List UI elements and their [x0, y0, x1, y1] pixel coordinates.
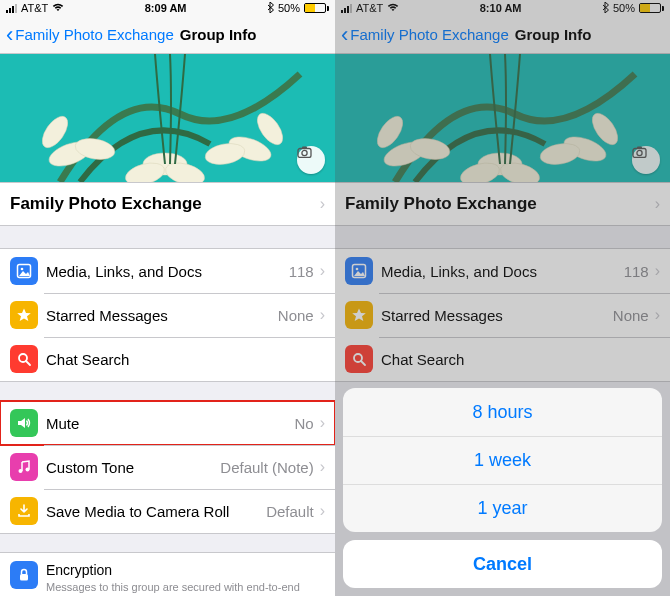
star-icon — [10, 301, 38, 329]
bluetooth-icon — [267, 2, 274, 15]
row-starred: Starred Messages None › — [335, 293, 670, 337]
chevron-right-icon: › — [320, 262, 325, 280]
chevron-right-icon: › — [655, 195, 660, 213]
right-phone: AT&T 8:10 AM 50% ‹ Family Photo Exchange… — [335, 0, 670, 596]
svg-line-16 — [26, 361, 30, 365]
row-media: Media, Links, and Docs 118 › — [335, 249, 670, 293]
cover-image — [0, 54, 335, 182]
action-sheet-cancel[interactable]: Cancel — [343, 540, 662, 588]
row-custom-tone[interactable]: Custom Tone Default (Note) › — [0, 445, 335, 489]
chevron-right-icon: › — [320, 414, 325, 432]
chevron-right-icon: › — [320, 306, 325, 324]
row-label: Starred Messages — [381, 307, 613, 324]
row-label: Mute — [46, 415, 294, 432]
row-value: None — [278, 307, 314, 324]
nav-bar: ‹ Family Photo Exchange Group Info — [0, 16, 335, 54]
group-name-row: Family Photo Exchange › — [335, 182, 670, 226]
row-save-media[interactable]: Save Media to Camera Roll Default › — [0, 489, 335, 533]
carrier-label: AT&T — [356, 2, 383, 14]
signal-icon — [341, 4, 352, 13]
back-button: Family Photo Exchange — [350, 26, 508, 43]
chevron-right-icon: › — [320, 458, 325, 476]
row-value: No — [294, 415, 313, 432]
svg-point-31 — [637, 150, 642, 155]
row-label: Starred Messages — [46, 307, 278, 324]
lock-icon — [10, 561, 38, 589]
back-button[interactable]: Family Photo Exchange — [15, 26, 173, 43]
row-value: Default (Note) — [220, 459, 313, 476]
row-label: Media, Links, and Docs — [381, 263, 624, 280]
mute-option-1-year[interactable]: 1 year — [343, 484, 662, 532]
nav-title: Group Info — [180, 26, 257, 43]
camera-icon — [297, 146, 312, 158]
row-search[interactable]: Chat Search — [0, 337, 335, 381]
camera-button[interactable] — [297, 146, 325, 174]
chevron-right-icon: › — [320, 195, 325, 213]
bluetooth-icon — [602, 2, 609, 15]
back-chevron-icon: ‹ — [341, 24, 348, 46]
svg-point-18 — [26, 468, 30, 472]
row-starred[interactable]: Starred Messages None › — [0, 293, 335, 337]
status-time: 8:10 AM — [480, 2, 522, 14]
battery-icon — [639, 3, 664, 13]
status-bar: AT&T 8:09 AM 50% — [0, 0, 335, 16]
svg-rect-32 — [637, 147, 642, 150]
media-icon — [345, 257, 373, 285]
mute-option-8-hours[interactable]: 8 hours — [343, 388, 662, 436]
camera-icon — [632, 146, 647, 158]
wifi-icon — [52, 2, 64, 14]
mute-option-1-week[interactable]: 1 week — [343, 436, 662, 484]
action-sheet-options: 8 hours 1 week 1 year — [343, 388, 662, 532]
star-icon — [345, 301, 373, 329]
speaker-icon — [10, 409, 38, 437]
nav-title: Group Info — [515, 26, 592, 43]
encryption-subtitle: Messages to this group are secured with … — [46, 581, 325, 596]
search-icon — [10, 345, 38, 373]
section-content: Media, Links, and Docs 118 › Starred Mes… — [335, 248, 670, 382]
row-search: Chat Search — [335, 337, 670, 381]
section-encryption: Encryption Messages to this group are se… — [0, 552, 335, 596]
download-icon — [10, 497, 38, 525]
left-phone: AT&T 8:09 AM 50% ‹ Family Photo Exchange… — [0, 0, 335, 596]
carrier-label: AT&T — [21, 2, 48, 14]
svg-rect-19 — [20, 574, 28, 581]
battery-percent: 50% — [613, 2, 635, 14]
row-encryption[interactable]: Encryption Messages to this group are se… — [0, 553, 335, 596]
row-label: Media, Links, and Docs — [46, 263, 289, 280]
row-value: Default — [266, 503, 314, 520]
wifi-icon — [387, 2, 399, 14]
row-media[interactable]: Media, Links, and Docs 118 › — [0, 249, 335, 293]
row-label: Save Media to Camera Roll — [46, 503, 266, 520]
row-label: Encryption — [46, 562, 112, 578]
row-value: 118 — [289, 263, 314, 280]
back-chevron-icon[interactable]: ‹ — [6, 24, 13, 46]
svg-point-17 — [19, 469, 23, 473]
search-icon — [345, 345, 373, 373]
row-label: Custom Tone — [46, 459, 220, 476]
svg-point-11 — [302, 150, 307, 155]
group-name: Family Photo Exchange — [10, 194, 320, 214]
svg-rect-12 — [302, 147, 307, 150]
group-name-row[interactable]: Family Photo Exchange › — [0, 182, 335, 226]
camera-button — [632, 146, 660, 174]
group-name: Family Photo Exchange — [345, 194, 655, 214]
action-sheet: 8 hours 1 week 1 year Cancel — [335, 380, 670, 596]
status-bar: AT&T 8:10 AM 50% — [335, 0, 670, 16]
media-icon — [10, 257, 38, 285]
row-mute[interactable]: Mute No › — [0, 401, 335, 445]
status-time: 8:09 AM — [145, 2, 187, 14]
svg-point-14 — [21, 268, 24, 271]
row-label: Chat Search — [381, 351, 660, 368]
row-value: 118 — [624, 263, 649, 280]
music-icon — [10, 453, 38, 481]
chevron-right-icon: › — [655, 306, 660, 324]
nav-bar: ‹ Family Photo Exchange Group Info — [335, 16, 670, 54]
battery-icon — [304, 3, 329, 13]
svg-line-36 — [361, 361, 365, 365]
section-content: Media, Links, and Docs 118 › Starred Mes… — [0, 248, 335, 382]
row-label: Chat Search — [46, 351, 325, 368]
section-settings: Mute No › Custom Tone Default (Note) › S… — [0, 400, 335, 534]
cover-image — [335, 54, 670, 182]
chevron-right-icon: › — [320, 502, 325, 520]
svg-point-34 — [356, 268, 359, 271]
